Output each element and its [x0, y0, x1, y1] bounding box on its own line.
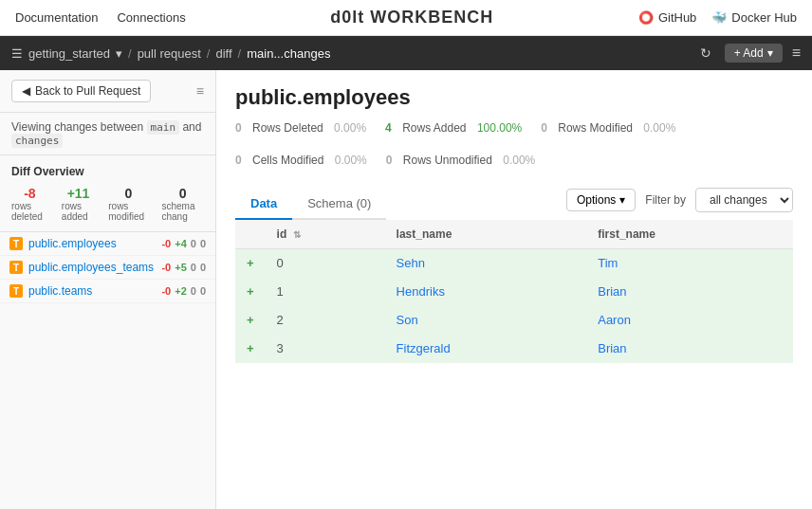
- top-navigation: Documentation Connections d0lt WORKBENCH…: [0, 0, 812, 36]
- row-first-name: Aaron: [586, 306, 793, 335]
- row-type-indicator: +: [235, 249, 266, 278]
- stat-pct: 0.00%: [503, 154, 535, 167]
- main-content: public.employees 0 Rows Deleted 0.00%4 R…: [216, 70, 812, 509]
- stat-pct: 100.00%: [477, 121, 522, 135]
- diff-stats: -8 rows deleted +11 rows added 0 rows mo…: [0, 182, 215, 232]
- back-to-pull-request-button[interactable]: ◀ Back to Pull Request: [11, 80, 151, 102]
- table-list-item[interactable]: T public.employees -0 +4 0 0: [0, 232, 215, 256]
- modified-badge: 0: [191, 262, 196, 273]
- sidebar-top: ◀ Back to Pull Request ≡: [0, 70, 215, 113]
- chevron-down-icon: ▾: [767, 46, 773, 60]
- stat-label-text: Rows Modified: [558, 121, 633, 135]
- second-nav-actions: ↻ + Add ▾ ≡: [696, 42, 801, 64]
- stat-count: 4: [385, 121, 392, 135]
- page-title: public.employees: [235, 85, 793, 110]
- stat-count: 0: [235, 121, 242, 135]
- row-id: 3: [266, 335, 385, 363]
- changes-link[interactable]: main...changes: [247, 46, 330, 61]
- breadcrumb: ☰ getting_started ▾ / pull request / dif…: [11, 46, 330, 61]
- stat-count: 0: [541, 121, 547, 135]
- stat-added-num: +11: [67, 186, 90, 201]
- stat-rows-added: +11 rows added: [62, 186, 95, 222]
- table-row: + 0 Sehn Tim: [235, 249, 793, 278]
- table-name: public.employees: [28, 237, 156, 250]
- row-last-name: Son: [385, 306, 587, 335]
- table-icon: T: [9, 284, 23, 298]
- options-button[interactable]: Options ▾: [566, 189, 636, 211]
- th-last-name: last_name: [385, 220, 587, 249]
- row-first-name: Tim: [586, 249, 793, 278]
- row-id: 0: [266, 249, 385, 278]
- tab-schema--0-[interactable]: Schema (0): [292, 189, 386, 220]
- stat-pct: 0.00%: [335, 154, 367, 167]
- dropdown-icon[interactable]: ▾: [116, 46, 122, 61]
- add-button[interactable]: + Add ▾: [725, 44, 783, 63]
- stat-item: 0 Cells Modified 0.00%: [235, 154, 367, 167]
- github-icon: ⭕: [638, 10, 654, 25]
- db-name-link[interactable]: getting_started: [28, 46, 110, 61]
- connections-link[interactable]: Connections: [117, 10, 185, 25]
- th-indicator: [235, 220, 266, 249]
- app-logo: d0lt WORKBENCH: [330, 8, 493, 27]
- stat-rows-deleted: -8 rows deleted: [11, 186, 48, 222]
- row-first-name: Brian: [586, 278, 793, 306]
- deleted-badge: -0: [161, 238, 171, 249]
- filter-label: Filter by: [645, 193, 686, 207]
- branch-to: changes: [11, 134, 63, 148]
- row-type-indicator: +: [235, 335, 266, 363]
- pull-request-link[interactable]: pull request: [138, 46, 201, 61]
- row-last-name: Hendriks: [385, 278, 587, 306]
- diff-tables-list: T public.employees -0 +4 0 0 T public.em…: [0, 232, 215, 509]
- data-table: id ⇅ last_name first_name + 0 Sehn Tim +…: [235, 220, 793, 363]
- stat-modified-num: 0: [124, 186, 132, 201]
- stat-count: 0: [386, 154, 393, 167]
- stat-schema-num: 0: [179, 186, 187, 201]
- stat-item: 0 Rows Unmodified 0.00%: [386, 154, 535, 167]
- chevron-down-icon: ▾: [619, 193, 625, 207]
- docker-link[interactable]: 🐳 Docker Hub: [711, 10, 797, 25]
- stat-deleted-num: -8: [24, 186, 35, 201]
- stat-item: 0 Rows Modified 0.00%: [541, 121, 675, 135]
- row-id: 1: [266, 278, 385, 306]
- sidebar: ◀ Back to Pull Request ≡ Viewing changes…: [0, 70, 216, 509]
- content-tabs: DataSchema (0): [235, 189, 386, 220]
- table-stats: -0 +2 0 0: [161, 285, 206, 297]
- top-nav-links: Documentation Connections: [15, 10, 186, 25]
- github-link[interactable]: ⭕ GitHub: [638, 10, 696, 25]
- top-nav-right: ⭕ GitHub 🐳 Docker Hub: [638, 10, 797, 25]
- docker-icon: 🐳: [711, 10, 727, 25]
- row-type-indicator: +: [235, 278, 266, 306]
- refresh-button[interactable]: ↻: [696, 42, 715, 64]
- added-badge: +2: [175, 285, 187, 297]
- deleted-badge: -0: [161, 262, 171, 273]
- branch-from: main: [147, 120, 180, 135]
- stat-schema-changes: 0 schema chang: [161, 186, 204, 222]
- table-row: + 1 Hendriks Brian: [235, 278, 793, 306]
- stat-pct: 0.00%: [334, 121, 366, 135]
- stat-label-text: Cells Modified: [252, 154, 323, 167]
- stat-label-text: Rows Added: [402, 121, 466, 135]
- back-icon: ◀: [22, 84, 30, 98]
- modified-badge: 0: [191, 238, 196, 249]
- diff-link[interactable]: diff: [215, 46, 231, 61]
- stat-item: 0 Rows Deleted 0.00%: [235, 121, 366, 135]
- tab-data[interactable]: Data: [235, 189, 292, 220]
- menu-button[interactable]: ≡: [792, 45, 801, 62]
- th-first-name: first_name: [586, 220, 793, 249]
- stat-modified-label: rows modified: [108, 201, 148, 222]
- table-list-item[interactable]: T public.employees_teams -0 +5 0 0: [0, 256, 215, 280]
- row-type-indicator: +: [235, 306, 266, 335]
- stats-row: 0 Rows Deleted 0.00%4 Rows Added 100.00%…: [235, 121, 793, 167]
- main-layout: ◀ Back to Pull Request ≡ Viewing changes…: [0, 70, 812, 509]
- th-id: id ⇅: [266, 220, 385, 249]
- sort-icon: ⇅: [293, 229, 301, 240]
- stat-count: 0: [235, 154, 242, 167]
- table-list-item[interactable]: T public.teams -0 +2 0 0: [0, 280, 215, 303]
- documentation-link[interactable]: Documentation: [15, 10, 98, 25]
- stat-label-text: Rows Unmodified: [403, 154, 492, 167]
- table-row: + 2 Son Aaron: [235, 306, 793, 335]
- sidebar-menu-icon[interactable]: ≡: [196, 83, 204, 99]
- diff-overview-title: Diff Overview: [0, 155, 215, 182]
- filter-select[interactable]: all changes: [695, 188, 793, 212]
- stat-label-text: Rows Deleted: [252, 121, 323, 135]
